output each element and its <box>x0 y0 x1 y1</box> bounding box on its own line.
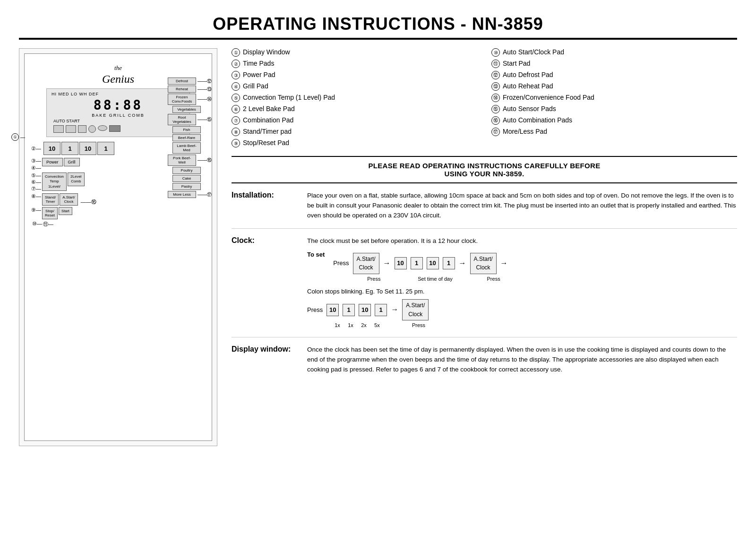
pad-beef-rare-row: Beef-Rare —— <box>168 134 212 141</box>
pad-pastry[interactable]: Pastry <box>172 183 201 190</box>
arrow-1: → <box>383 258 391 269</box>
pad-2level[interactable]: 2LevelComb <box>68 173 85 186</box>
pad-reheat[interactable]: Reheat <box>168 86 196 93</box>
sub-1x-2: 1x <box>344 321 357 329</box>
pad-defrost[interactable]: Defrost <box>168 78 196 85</box>
clock-intro: The clock must be set before operation. … <box>307 236 737 246</box>
clock-row-2: Press 10 1 10 1 → A.Start/Clock <box>307 299 737 320</box>
num-10-1[interactable]: 10 <box>395 257 407 269</box>
colon-text: Colon stops blinking. Eg. To Set 11. 25 … <box>307 287 737 296</box>
part-label-13: Auto Reheat Pad <box>503 82 553 90</box>
icon-row <box>53 125 185 133</box>
pad-pork[interactable]: Pork Beef-Well <box>168 155 196 166</box>
astart-clock-btn-2[interactable]: A.Start/Clock <box>470 253 497 274</box>
pad-veg-row: Vegetables —— <box>168 106 212 113</box>
part-3: ③ Power Pad <box>232 71 477 79</box>
set-time-label: Set time of day <box>400 275 470 283</box>
pad-lamb[interactable]: Lamb Beef-Med <box>172 142 201 154</box>
pad-root-vegetables[interactable]: Root Vegetables <box>168 114 196 125</box>
pad-more-less-row: More Less ——⑰ <box>168 191 212 198</box>
clock-step1: To set Press A.Start/Clock → 10 1 10 1 <box>307 250 737 283</box>
warning-box: PLEASE READ OPERATING INSTRUCTIONS CAREF… <box>232 156 737 183</box>
pad-frozen[interactable]: Frozen Conv.Foods <box>168 94 196 105</box>
part-num-8: ⑧ <box>232 128 240 136</box>
installation-section: Installation: Place your oven on a flat,… <box>232 191 737 229</box>
label-1-line: — <box>20 135 25 140</box>
pad-more-less[interactable]: More Less <box>168 191 196 198</box>
time-pad-10-1[interactable]: 10 <box>43 142 60 155</box>
display-modes2: BAKE GRILL COMB <box>52 113 185 118</box>
clock-step1-labels: Press Set time of day Press <box>366 275 507 283</box>
press-label-1: Press <box>333 259 349 268</box>
pad-grill[interactable]: Grill <box>64 158 80 166</box>
left-labels-col2: ⑤— ⑥— ⑦— <box>31 173 41 192</box>
pad-fish-row: Fish —— <box>168 126 212 133</box>
num-1-1[interactable]: 1 <box>411 257 423 269</box>
parts-col-left: ① Display Window ② Time Pads ③ Power Pad… <box>232 48 477 147</box>
display-modes: HI MED LO WH DEF <box>52 92 185 96</box>
part-label-10: Auto Start/Clock Pad <box>503 48 564 56</box>
part-label-3: Power Pad <box>243 71 275 78</box>
pork-num: ——⑯ <box>198 157 212 164</box>
num2-1-2[interactable]: 1 <box>375 304 387 316</box>
part-num-10: ⑩ <box>491 48 500 57</box>
part-6: ⑥ 2 Level Bake Pad <box>232 105 477 113</box>
pad-stand-timer[interactable]: Stand/Timer <box>42 193 59 206</box>
arrow-4: → <box>391 304 398 316</box>
astart-clock-btn-1[interactable]: A.Start/Clock <box>353 253 379 274</box>
pad-vegetables[interactable]: Vegetables <box>172 106 201 113</box>
label-8-line: ⑧— <box>31 193 41 199</box>
astart-clock-btn-3[interactable]: A.Start/Clock <box>402 299 429 320</box>
pad-start[interactable]: Start <box>59 207 72 215</box>
pad-root-veg-row: Root Vegetables ——⑮ <box>168 114 212 125</box>
left-labels-col3: ⑧— <box>31 193 41 199</box>
part-label-11: Start Pad <box>503 60 530 67</box>
pad-beef-rare[interactable]: Beef-Rare <box>172 134 201 141</box>
parts-col-right: ⑩ Auto Start/Clock Pad ⑪ Start Pad ⑫ Aut… <box>491 48 737 147</box>
pad-fish[interactable]: Fish <box>172 126 201 133</box>
part-label-4: Grill Pad <box>243 82 268 90</box>
clock-step2-sublabels: 1x 1x 2x 5x Press <box>331 321 737 329</box>
time-pad-1-1[interactable]: 1 <box>61 142 78 155</box>
pad-power[interactable]: Power <box>42 158 63 166</box>
label-2: ②— <box>31 146 41 152</box>
icon-oval-1 <box>98 125 107 131</box>
part-label-17: More/Less Pad <box>503 128 547 135</box>
display-window-label: Display window: <box>232 345 298 375</box>
time-pad-10-2[interactable]: 10 <box>79 142 96 155</box>
pad-pork-row: Pork Beef-Well ——⑯ <box>168 155 212 166</box>
warning-line2: USING YOUR NN-3859. <box>232 170 737 178</box>
pad-astart-clock[interactable]: A.Start/Clock <box>60 193 78 206</box>
num-10-2[interactable]: 10 <box>427 257 439 269</box>
num2-1-1[interactable]: 1 <box>343 304 355 316</box>
arrow-2: → <box>459 258 466 269</box>
bottom-pads-row4: ⑨— Stop/Reset Start <box>31 207 205 219</box>
time-pad-1-2[interactable]: 1 <box>97 142 114 155</box>
num2-10-2[interactable]: 10 <box>359 304 371 316</box>
pad-stop-reset[interactable]: Stop/Reset <box>42 207 58 219</box>
sub-2x: 2x <box>357 321 370 329</box>
parts-list: ① Display Window ② Time Pads ③ Power Pad… <box>232 48 737 147</box>
part-num-12: ⑫ <box>491 71 500 79</box>
part-label-1: Display Window <box>243 48 290 56</box>
reheat-num: ——⑬ <box>198 86 212 93</box>
title-divider <box>19 38 737 40</box>
pad-frozen-row: Frozen Conv.Foods ——⑭ <box>168 94 212 105</box>
part-12: ⑫ Auto Defrost Pad <box>491 71 737 79</box>
clock-step1-detail: Press A.Start/Clock → 10 1 10 1 → A.Star… <box>333 250 507 283</box>
pad-defrost-row: Defrost ——⑫ <box>168 78 212 85</box>
part-label-15: Auto Sensor Pads <box>503 105 556 112</box>
icon-box-3 <box>78 125 86 133</box>
more-less-num: ——⑰ <box>198 191 212 198</box>
pad-convection[interactable]: ConvectionTemp1Level/ <box>42 173 67 191</box>
num-1-2[interactable]: 1 <box>443 257 455 269</box>
label-9-line: ⑨— <box>31 207 41 213</box>
part-num-17: ⑰ <box>491 128 500 136</box>
num2-10-1[interactable]: 10 <box>326 304 339 316</box>
part-label-2: Time Pads <box>243 60 274 67</box>
part-label-16: Auto Combination Pads <box>503 116 572 124</box>
pad-poultry[interactable]: Poultry <box>172 167 201 174</box>
press-below: Press <box>366 275 381 283</box>
num-1: ① <box>11 133 19 141</box>
pad-cake[interactable]: Cake <box>172 175 201 182</box>
